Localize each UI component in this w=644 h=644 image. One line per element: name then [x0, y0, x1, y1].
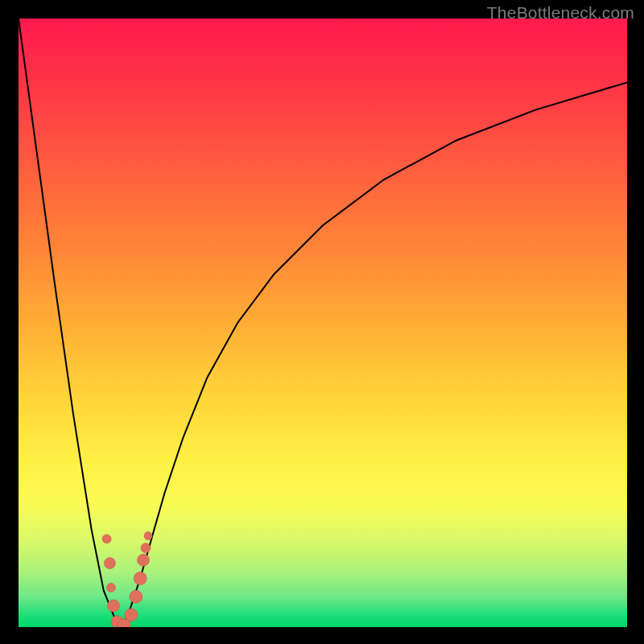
highlight-dot: [144, 532, 152, 540]
highlight-dot: [125, 609, 138, 621]
highlight-dot: [134, 572, 147, 585]
highlight-dot: [138, 554, 150, 566]
highlight-dot: [130, 590, 142, 603]
highlight-dots: [102, 532, 152, 627]
chart-stage: TheBottleneck.com: [0, 0, 644, 644]
curve-layer: [19, 19, 627, 627]
highlight-dot: [141, 543, 151, 553]
highlight-dot: [106, 583, 115, 592]
plot-area: [19, 19, 627, 627]
highlight-dot: [102, 535, 111, 543]
highlight-dot: [107, 600, 119, 612]
highlight-dot: [104, 558, 115, 569]
